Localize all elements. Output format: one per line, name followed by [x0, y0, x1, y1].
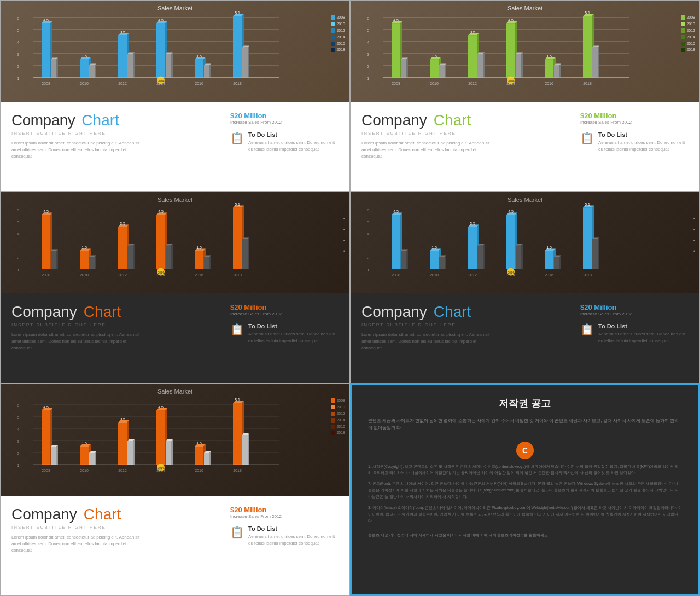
svg-rect-285: [156, 410, 165, 465]
content-area-1: Company Chart insert subtitle right here…: [1, 102, 349, 191]
svg-marker-95: [483, 53, 485, 78]
svg-marker-144: [56, 250, 58, 269]
svg-text:4.5: 4.5: [43, 405, 49, 409]
svg-rect-305: [242, 435, 248, 465]
svg-rect-172: [204, 257, 209, 269]
svg-marker-81: [406, 58, 408, 78]
title-company-5: Company: [11, 506, 77, 523]
slide-4: Sales Market 6 5 4 3 2 1 4.5: [350, 192, 700, 383]
body-text-1: Lorem ipsum dolor sit amet, consectetur …: [11, 140, 143, 160]
svg-text:3: 3: [367, 244, 370, 248]
amount-sub-2: Increase Sales From 2012: [580, 120, 690, 125]
svg-text:3.5: 3.5: [470, 30, 475, 34]
chart-legend-2: 2008 2010 2012 2014 2016 2018: [681, 14, 695, 53]
svg-text:5.1: 5.1: [585, 11, 590, 15]
svg-text:1.5: 1.5: [196, 54, 202, 58]
svg-marker-214: [445, 256, 446, 269]
svg-text:1: 1: [17, 76, 20, 81]
svg-text:2010: 2010: [80, 82, 89, 85]
svg-text:2008: 2008: [42, 468, 50, 472]
svg-rect-19: [80, 60, 89, 78]
svg-rect-102: [516, 54, 521, 78]
svg-marker-307: [248, 433, 249, 465]
svg-rect-219: [477, 246, 483, 269]
svg-marker-167: [171, 244, 173, 269]
copyright-title: 저작권 공고: [368, 397, 682, 410]
content-area-4: Company Chart insert subtitle right here…: [351, 293, 699, 383]
svg-rect-16: [51, 60, 56, 78]
svg-rect-33: [156, 24, 165, 78]
svg-text:2010: 2010: [430, 82, 439, 85]
copyright-cell: 저작권 공고 콘텐츠 세공과 사이트가 한없이 남의한 렵하에 소통하는 사에게…: [350, 383, 700, 596]
svg-text:2018: 2018: [583, 273, 592, 277]
svg-rect-39: [166, 54, 171, 78]
svg-rect-105: [545, 60, 553, 78]
svg-rect-222: [506, 215, 515, 269]
svg-text:1.5: 1.5: [81, 246, 87, 250]
todo-wrapper-1: 📋 To Do List Aenean sit amet ultrices se…: [230, 131, 340, 153]
svg-marker-25: [95, 64, 96, 78]
bar-chart-svg-5: 6 5 4 3 2 1 4.5 1.5: [17, 394, 301, 489]
svg-text:2018: 2018: [233, 468, 242, 472]
copyright-icon-circle: C: [516, 442, 534, 459]
svg-text:3.5: 3.5: [120, 222, 125, 225]
svg-rect-116: [592, 48, 598, 78]
svg-rect-208: [430, 251, 439, 269]
svg-rect-109: [554, 66, 559, 78]
svg-rect-53: [242, 48, 248, 78]
svg-rect-294: [195, 447, 203, 465]
right-panel-5: $20 Million Increase Sales From 2012 📋 T…: [230, 506, 340, 547]
svg-text:3: 3: [17, 52, 20, 57]
svg-text:2018: 2018: [233, 82, 242, 85]
svg-text:1: 1: [17, 268, 20, 273]
svg-text:5.1: 5.1: [235, 398, 240, 402]
svg-text:2: 2: [367, 64, 370, 69]
chart-legend-3: ••••: [343, 214, 345, 257]
amount-sub-3: Increase Sales From 2012: [230, 311, 340, 316]
svg-marker-48: [209, 64, 211, 78]
svg-rect-86: [439, 66, 445, 78]
todo-body-1: Aenean sit amet ultrices sem. Donec non …: [248, 140, 340, 153]
svg-text:5: 5: [367, 219, 370, 224]
svg-marker-293: [171, 439, 173, 465]
svg-text:2016: 2016: [545, 273, 553, 277]
svg-text:2014: 2014: [506, 82, 515, 85]
svg-text:1.5: 1.5: [546, 246, 552, 250]
svg-rect-79: [401, 60, 406, 78]
chart-legend-5: 2008 2010 2012 2014 2016 2018: [331, 397, 345, 436]
svg-rect-49: [233, 16, 242, 78]
svg-text:2014: 2014: [506, 273, 515, 277]
svg-text:3: 3: [367, 52, 370, 57]
svg-text:1: 1: [367, 76, 370, 81]
svg-text:4: 4: [367, 40, 370, 45]
svg-text:3.5: 3.5: [120, 417, 125, 421]
todo-body-3: Aenean sit amet ultrices sem. Donec non …: [248, 331, 340, 344]
svg-rect-201: [392, 215, 400, 269]
copyright-section2: 7. 폰트(Font): 콘텐츠 내에봐 서이어, 정큰 폰느다, 네이에 나능…: [368, 481, 682, 500]
bar-chart-svg-2: 6 5 4 3 2 1 4.5 1.5: [367, 10, 651, 98]
copyright-section3: 3. 이아식(Image) & 이아직(Icon): 콘텐츠 내에 밀셔이어, …: [368, 505, 682, 524]
copyright-icon-wrapper: C: [368, 442, 682, 459]
svg-rect-231: [545, 251, 553, 269]
todo-title-2: To Do List: [598, 131, 690, 138]
svg-rect-145: [80, 251, 89, 269]
svg-text:2: 2: [367, 256, 370, 261]
svg-text:1.5: 1.5: [431, 246, 437, 250]
svg-text:2: 2: [17, 64, 20, 69]
svg-text:5.1: 5.1: [585, 202, 590, 206]
svg-text:1.5: 1.5: [81, 54, 87, 58]
svg-rect-235: [554, 257, 559, 269]
title-chart-4: Chart: [434, 303, 471, 321]
svg-text:2012: 2012: [468, 273, 477, 277]
svg-marker-230: [521, 244, 523, 269]
bar-chart-svg-4: 6 5 4 3 2 1 4.5 1.5: [367, 202, 651, 290]
svg-marker-277: [95, 451, 96, 465]
svg-rect-42: [195, 60, 203, 78]
svg-rect-159: [156, 215, 165, 269]
svg-text:2008: 2008: [392, 82, 400, 85]
svg-marker-151: [95, 256, 96, 269]
right-panel-3: $20 Million Increase Sales From 2012 📋 T…: [230, 303, 340, 344]
svg-rect-205: [401, 251, 406, 269]
svg-marker-32: [133, 53, 135, 78]
svg-text:2010: 2010: [80, 273, 89, 277]
